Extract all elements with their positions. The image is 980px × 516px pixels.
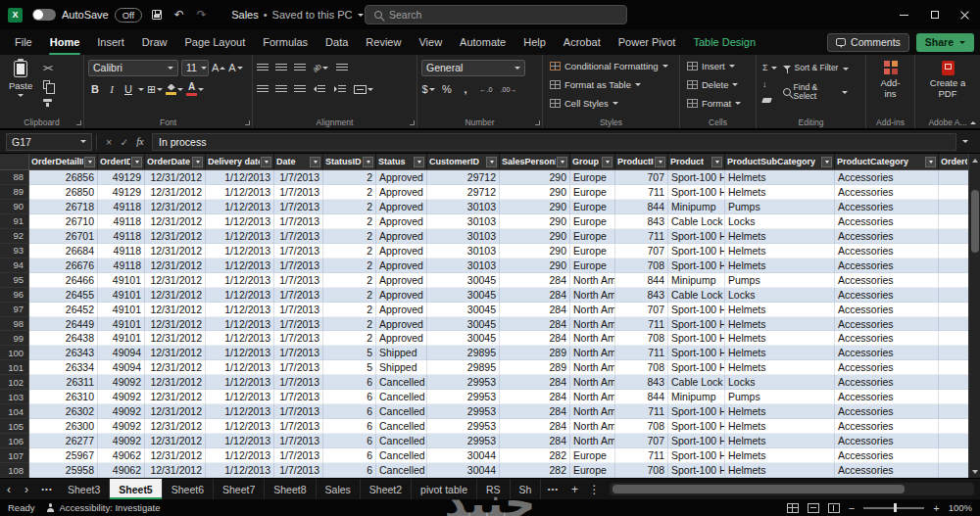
cell[interactable]: 2 <box>323 303 376 317</box>
cell[interactable]: Locks <box>725 375 835 390</box>
cell[interactable]: Accessories <box>835 185 939 200</box>
cell[interactable]: 711 <box>615 229 668 244</box>
cell[interactable]: Europe <box>570 200 615 214</box>
cell[interactable]: 2 <box>323 185 376 200</box>
cell[interactable]: Accessories <box>835 346 939 360</box>
create-pdf-button[interactable]: Create a PDF <box>922 58 973 103</box>
all-sheets-button[interactable]: ••• <box>35 479 59 499</box>
cell[interactable]: 26300 <box>29 419 98 434</box>
cut-button[interactable] <box>41 62 55 74</box>
cell[interactable]: Accessories <box>835 463 939 478</box>
cell[interactable]: Sport-100 H <box>668 317 725 332</box>
underline-button[interactable]: U <box>122 81 135 97</box>
autosum-button[interactable]: Σ <box>760 62 779 74</box>
cell[interactable]: 1/12/2013 <box>206 288 274 303</box>
format-cells-button[interactable]: Format <box>684 95 744 112</box>
page-break-view-button[interactable] <box>828 503 840 513</box>
cell[interactable]: 1/7/2013 <box>274 375 323 390</box>
decrease-decimal-button[interactable]: .00→ <box>500 86 517 93</box>
cell[interactable]: 284 <box>500 390 570 404</box>
cell[interactable]: 12/31/2012 <box>145 288 206 303</box>
cell[interactable]: Approved <box>376 317 427 332</box>
cell[interactable]: 1/7/2013 <box>274 229 323 244</box>
decrease-indent-button[interactable] <box>313 81 326 97</box>
cell[interactable]: 1/7/2013 <box>274 390 323 404</box>
insert-function-button[interactable]: fx <box>132 136 148 147</box>
column-header-orderdate[interactable]: OrderDate <box>145 154 206 169</box>
fill-button[interactable]: ↓ <box>760 77 779 90</box>
cell[interactable]: 844 <box>615 273 668 288</box>
cell[interactable]: Approved <box>376 273 427 288</box>
cell[interactable]: Approved <box>376 170 427 185</box>
more-sheets-button[interactable]: ••• <box>541 479 564 499</box>
comments-button[interactable]: Comments <box>827 33 909 52</box>
cell[interactable]: Helmets <box>725 185 835 200</box>
cell[interactable]: 1/12/2013 <box>206 244 274 258</box>
cell[interactable]: 1/7/2013 <box>274 463 323 478</box>
cell[interactable]: 2 <box>323 170 376 185</box>
tab-page-layout[interactable]: Page Layout <box>175 29 254 55</box>
cell[interactable]: 49101 <box>98 273 145 288</box>
accounting-format-button[interactable]: $ <box>421 81 435 97</box>
cell[interactable]: Sport-100 H <box>668 419 725 434</box>
cell[interactable]: 1/12/2013 <box>206 375 274 390</box>
cell[interactable]: 1/12/2013 <box>206 317 274 332</box>
clear-button[interactable] <box>760 94 779 107</box>
row-number[interactable]: 93 <box>0 244 29 258</box>
cell[interactable]: 711 <box>615 317 668 332</box>
copy-button[interactable] <box>41 78 55 91</box>
cell[interactable]: 49118 <box>98 244 145 258</box>
cell[interactable]: 49092 <box>98 375 145 390</box>
page-layout-view-button[interactable] <box>808 503 819 513</box>
cell[interactable]: 26438 <box>29 331 98 346</box>
cell[interactable]: 1/7/2013 <box>274 434 323 448</box>
cell[interactable]: 30103 <box>427 244 500 258</box>
alignment-dialog-launcher[interactable] <box>410 120 415 125</box>
zoom-in-button[interactable]: + <box>933 502 939 514</box>
wrap-text-button[interactable] <box>335 60 349 75</box>
cell[interactable]: Helmets <box>725 360 835 375</box>
cell[interactable]: 26277 <box>29 434 98 448</box>
cell[interactable]: 6 <box>323 463 376 478</box>
cell[interactable]: Cancelled <box>376 434 427 448</box>
cell[interactable]: 284 <box>500 331 570 346</box>
italic-button[interactable]: I <box>105 81 119 97</box>
cell[interactable]: 707 <box>615 244 668 258</box>
cell[interactable]: Accessories <box>835 331 939 346</box>
cell[interactable]: 12/31/2012 <box>145 317 206 332</box>
name-box[interactable]: G17 <box>6 133 92 151</box>
addins-button[interactable]: Add-ins <box>870 58 910 102</box>
cell[interactable]: 707 <box>615 434 668 448</box>
cell[interactable]: 290 <box>500 258 570 273</box>
normal-view-button[interactable] <box>787 503 799 513</box>
scroll-down-button[interactable] <box>969 465 980 478</box>
cell[interactable]: 290 <box>500 229 570 244</box>
cell[interactable]: 26856 <box>29 170 98 185</box>
cell[interactable]: Helmets <box>725 434 835 448</box>
cell[interactable]: 1/12/2013 <box>206 463 274 478</box>
cell[interactable]: 12/31/2012 <box>145 375 206 390</box>
borders-button[interactable]: ⊞ <box>147 81 163 97</box>
align-right-button[interactable] <box>294 85 306 94</box>
autosave-state-badge[interactable]: Off <box>115 8 143 23</box>
row-number[interactable]: 98 <box>0 317 29 332</box>
cell[interactable]: Pumps <box>725 200 835 214</box>
cell[interactable]: Pumps <box>725 390 835 404</box>
cell[interactable]: 49101 <box>98 303 145 317</box>
cell[interactable]: 2 <box>323 229 376 244</box>
cell[interactable]: North Am <box>570 303 615 317</box>
cell[interactable]: 49118 <box>98 229 145 244</box>
cell[interactable]: Sport-100 H <box>668 229 725 244</box>
redo-button[interactable]: ↷ <box>193 8 210 22</box>
cell[interactable]: 25967 <box>29 448 98 463</box>
cell[interactable]: 5 <box>323 346 376 360</box>
cell[interactable]: 2 <box>323 200 376 214</box>
cell[interactable]: Europe <box>570 244 615 258</box>
cell[interactable]: Approved <box>376 288 427 303</box>
cell[interactable]: Helmets <box>725 331 835 346</box>
tab-home[interactable]: Home <box>41 29 89 55</box>
cell[interactable]: 49092 <box>98 434 145 448</box>
cancel-button[interactable]: × <box>101 136 117 148</box>
cell[interactable]: 12/31/2012 <box>145 404 206 419</box>
cell[interactable]: Locks <box>725 214 835 229</box>
